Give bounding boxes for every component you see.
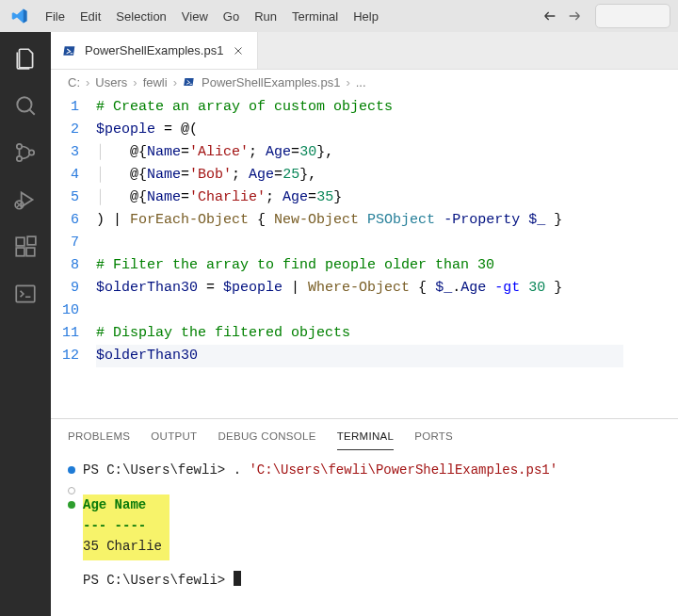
tab-close-icon[interactable] (231, 43, 246, 58)
svg-rect-5 (16, 237, 24, 246)
powershell-file-icon (62, 43, 77, 58)
svg-point-0 (17, 97, 31, 111)
line-number: 4 (51, 164, 96, 186)
line-number: 2 (51, 119, 96, 141)
menu-item-edit[interactable]: Edit (73, 6, 108, 27)
menu-item-run[interactable]: Run (247, 6, 284, 27)
extensions-icon[interactable] (12, 234, 39, 260)
vscode-logo-icon (11, 8, 28, 24)
tabs-row: PowerShellExamples.ps1 (51, 32, 678, 70)
code-content: ) | ForEach-Object { New-Object PSObject… (96, 209, 562, 232)
breadcrumb-segment[interactable]: PowerShellExamples.ps1 (202, 75, 340, 89)
breadcrumb-segment[interactable]: Users (95, 75, 127, 89)
terminal-output-highlight: Age Name --- ---- 35 Charlie (83, 494, 170, 560)
menu-item-selection[interactable]: Selection (108, 6, 173, 27)
code-line[interactable]: 7 (51, 232, 678, 254)
code-content: $olderThan30 (96, 345, 623, 367)
editor-area: PowerShellExamples.ps1 C:›Users›fewli›Po… (51, 32, 678, 616)
terminal-output-divider: --- ---- (83, 518, 146, 533)
menu-item-help[interactable]: Help (346, 6, 386, 27)
line-number: 12 (51, 345, 96, 367)
code-line[interactable]: 2$people = @( (51, 119, 678, 141)
breadcrumb-segment[interactable]: fewli (143, 75, 168, 89)
svg-rect-8 (27, 236, 36, 245)
terminal-script-path: 'C:\Users\fewli\PowerShellExamples.ps1' (249, 462, 557, 478)
terminal-prompt-2: PS C:\Users\fewli> (83, 573, 234, 588)
code-content: │ @{Name='Charlie'; Age=35} (96, 186, 342, 209)
command-center-search[interactable] (595, 4, 670, 28)
terminal-panel-icon[interactable] (12, 281, 39, 307)
code-content: # Create an array of custom objects (96, 96, 393, 119)
terminal-cursor (234, 571, 241, 586)
panel-tab-ports[interactable]: PORTS (414, 427, 453, 450)
source-control-icon[interactable] (12, 139, 39, 166)
menu-item-file[interactable]: File (38, 6, 73, 27)
code-editor[interactable]: 1# Create an array of custom objects2$pe… (51, 94, 678, 418)
line-number: 10 (51, 300, 96, 322)
panel-tab-debug-console[interactable]: DEBUG CONSOLE (218, 427, 315, 450)
line-number: 11 (51, 322, 96, 345)
run-debug-icon[interactable] (12, 186, 39, 213)
code-line[interactable]: 8# Filter the array to find people older… (51, 254, 678, 277)
bottom-panel: PROBLEMSOUTPUTDEBUG CONSOLETERMINALPORTS… (51, 418, 678, 616)
breadcrumb-segment[interactable]: C: (68, 75, 80, 89)
panel-tabs: PROBLEMSOUTPUTDEBUG CONSOLETERMINALPORTS (51, 419, 678, 450)
terminal[interactable]: PS C:\Users\fewli> . 'C:\Users\fewli\Pow… (51, 450, 678, 616)
terminal-output-row: 35 Charlie (83, 539, 162, 554)
panel-tab-output[interactable]: OUTPUT (151, 427, 197, 450)
code-content: $olderThan30 = $people | Where-Object { … (96, 277, 562, 300)
breadcrumb[interactable]: C:›Users›fewli›PowerShellExamples.ps1›..… (51, 70, 678, 94)
line-number: 3 (51, 141, 96, 164)
code-content: │ @{Name='Bob'; Age=25}, (96, 164, 316, 186)
line-number: 8 (51, 254, 96, 277)
svg-point-2 (17, 156, 22, 161)
code-line[interactable]: 3│ @{Name='Alice'; Age=30}, (51, 141, 678, 164)
code-line[interactable]: 6) | ForEach-Object { New-Object PSObjec… (51, 209, 678, 232)
terminal-bullet-icon (68, 466, 75, 474)
code-content: # Display the filtered objects (96, 322, 350, 345)
code-content: $people = @( (96, 119, 198, 141)
menu-item-view[interactable]: View (174, 6, 216, 27)
tab-file-label: PowerShellExamples.ps1 (85, 43, 223, 57)
explorer-icon[interactable] (12, 45, 39, 72)
workbench: PowerShellExamples.ps1 C:›Users›fewli›Po… (0, 32, 678, 616)
nav-back-icon[interactable] (539, 5, 561, 27)
svg-point-1 (17, 144, 22, 149)
activity-bar (0, 32, 51, 616)
code-line[interactable]: 1# Create an array of custom objects (51, 96, 678, 119)
menu-item-go[interactable]: Go (216, 6, 247, 27)
panel-tab-terminal[interactable]: TERMINAL (337, 427, 395, 450)
terminal-cmd-dot: . (234, 462, 250, 478)
terminal-prompt: PS C:\Users\fewli> (83, 462, 234, 478)
code-line[interactable]: 5│ @{Name='Charlie'; Age=35} (51, 186, 678, 209)
nav-forward-icon[interactable] (563, 5, 586, 27)
menu-item-terminal[interactable]: Terminal (284, 6, 346, 27)
code-line[interactable]: 4│ @{Name='Bob'; Age=25}, (51, 164, 678, 186)
search-icon[interactable] (12, 92, 39, 119)
svg-rect-9 (16, 285, 35, 301)
line-number: 9 (51, 277, 96, 300)
terminal-bullet-hollow-icon (68, 487, 75, 494)
code-content: # Filter the array to find people older … (96, 254, 494, 277)
line-number: 1 (51, 96, 96, 119)
code-line[interactable]: 11# Display the filtered objects (51, 322, 678, 345)
breadcrumb-segment[interactable]: ... (356, 75, 366, 89)
chevron-right-icon: › (86, 75, 89, 89)
code-line[interactable]: 10 (51, 300, 678, 322)
chevron-right-icon: › (133, 75, 137, 89)
code-line[interactable]: 12$olderThan30 (51, 345, 678, 367)
code-line[interactable]: 9$olderThan30 = $people | Where-Object {… (51, 277, 678, 300)
terminal-bullet-success-icon (68, 501, 75, 509)
powershell-file-icon (183, 75, 196, 89)
chevron-right-icon: › (173, 75, 177, 89)
code-content: │ @{Name='Alice'; Age=30}, (96, 141, 333, 164)
terminal-output-header: Age Name (83, 497, 146, 512)
svg-rect-6 (16, 248, 24, 256)
line-number: 7 (51, 232, 96, 254)
panel-tab-problems[interactable]: PROBLEMS (68, 427, 130, 450)
line-number: 6 (51, 209, 96, 232)
tab-file[interactable]: PowerShellExamples.ps1 (51, 32, 258, 69)
line-number: 5 (51, 186, 96, 209)
svg-rect-7 (26, 248, 35, 256)
chevron-right-icon: › (346, 75, 349, 89)
